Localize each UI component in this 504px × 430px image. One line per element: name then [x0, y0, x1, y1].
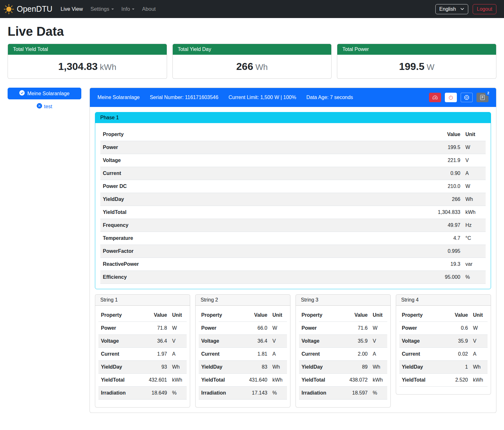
table-row: Irradiation17.143% — [199, 387, 287, 400]
value-cell: 432.601 — [143, 374, 170, 387]
unit-cell: W — [463, 141, 486, 154]
unit-cell: W — [270, 322, 287, 335]
brand-link[interactable]: OpenDTU — [4, 4, 53, 14]
unit-cell: Wh — [470, 361, 488, 374]
value-cell: 221.9 — [425, 154, 463, 167]
value-cell: 95.000 — [425, 271, 463, 284]
chevron-down-icon — [132, 9, 134, 10]
table-row: Frequency49.97Hz — [100, 219, 486, 232]
unit-cell: Wh — [170, 361, 187, 374]
value-cell: 66.0 — [243, 322, 270, 335]
col-property: Property — [199, 309, 243, 322]
inverter-select-button-test[interactable]: test — [37, 103, 52, 110]
table-header-row: Property Value Unit — [100, 128, 486, 141]
string-card-body: Property Value Unit Power71.6WVoltage35.… — [296, 306, 390, 407]
col-unit: Unit — [470, 309, 488, 322]
inverter-name-label: Meine Solaranlage — [27, 91, 69, 97]
value-cell: 266 — [425, 193, 463, 206]
unit-cell: kWh — [270, 374, 287, 387]
table-row: Current2.00A — [299, 348, 387, 361]
nav-item-info[interactable]: Info — [118, 3, 139, 15]
table-row: Voltage35.9V — [299, 335, 387, 348]
property-cell: ReactivePower — [100, 258, 425, 271]
table-row: YieldTotal431.640kWh — [199, 374, 287, 387]
language-select[interactable]: English — [435, 4, 468, 14]
property-cell: Efficiency — [100, 271, 425, 284]
summary-card-title: Total Yield Day — [173, 44, 332, 55]
col-property: Property — [299, 309, 344, 322]
unit-cell: A — [170, 348, 187, 361]
inverter-select-button-selected[interactable]: Meine Solaranlage — [8, 88, 81, 99]
power-settings-button[interactable] — [445, 93, 457, 102]
table-row: Power DC210.0W — [100, 180, 486, 193]
summary-unit: Wh — [255, 62, 268, 72]
unit-cell: kWh — [470, 374, 488, 387]
table-row: YieldTotal432.601kWh — [98, 374, 187, 387]
property-cell: YieldTotal — [299, 374, 344, 387]
x-circle-icon — [37, 103, 42, 110]
inverter-action-buttons: 2 — [429, 93, 488, 102]
value-cell: 19.3 — [425, 258, 463, 271]
value-cell: 1,304.833 — [425, 206, 463, 219]
value-cell: 199.5 — [425, 141, 463, 154]
unit-cell: kWh — [370, 374, 387, 387]
summary-unit: kWh — [100, 62, 116, 72]
page-container: Live Data Total Yield Total 1,304.83kWh … — [0, 24, 504, 422]
col-property: Property — [399, 309, 444, 322]
table-row: PowerFactor0.995 — [100, 245, 486, 258]
table-row: Voltage36.4V — [98, 335, 187, 348]
device-info-button[interactable] — [461, 93, 473, 102]
chevron-down-icon — [111, 9, 114, 10]
value-cell: 71.6 — [344, 322, 370, 335]
unit-cell: V — [370, 335, 387, 348]
unit-cell: °C — [463, 232, 486, 245]
property-cell: Voltage — [98, 335, 143, 348]
nav-item-about[interactable]: About — [138, 3, 159, 15]
unit-cell: Wh — [270, 361, 287, 374]
summary-card-total-power: Total Power 199.5W — [337, 44, 496, 79]
col-value: Value — [425, 128, 463, 141]
property-cell: Irradiation — [199, 387, 243, 400]
value-cell: 4.7 — [425, 232, 463, 245]
strings-row: String 1 Property Value Unit — [95, 294, 491, 408]
table-row: YieldDay93Wh — [98, 361, 187, 374]
string-table: Property Value Unit Power0.6WVoltage35.9… — [399, 309, 488, 387]
table-row: Power0.6W — [399, 322, 488, 335]
string-card-4: String 4 Property Value Unit — [396, 294, 491, 395]
table-header-row: Property Value Unit — [399, 309, 488, 322]
inverter-name-label: test — [44, 104, 52, 109]
logout-button[interactable]: Logout — [473, 4, 496, 14]
string-table: Property Value Unit Power71.8WVoltage36.… — [98, 309, 187, 400]
unit-cell: V — [170, 335, 187, 348]
chevron-down-icon — [460, 6, 464, 12]
property-cell: YieldTotal — [199, 374, 243, 387]
col-value: Value — [444, 309, 470, 322]
unit-cell: Wh — [463, 193, 486, 206]
table-row: YieldDay1Wh — [399, 361, 488, 374]
property-cell: Power — [199, 322, 243, 335]
table-header-row: Property Value Unit — [199, 309, 287, 322]
phase-card: Phase 1 Property Value Unit Power199.5WV… — [95, 112, 491, 289]
string-card-body: Property Value Unit Power71.8WVoltage36.… — [95, 306, 190, 407]
property-cell: Irradiation — [98, 387, 143, 400]
unit-cell: kWh — [463, 206, 486, 219]
value-cell: 210.0 — [425, 180, 463, 193]
string-card-2: String 2 Property Value Unit — [195, 294, 290, 408]
table-row: Power71.8W — [98, 322, 187, 335]
property-cell: YieldDay — [98, 361, 143, 374]
string-card-title: String 3 — [296, 295, 390, 306]
table-row: YieldDay89Wh — [299, 361, 387, 374]
summary-value: 266 — [236, 61, 253, 72]
table-header-row: Property Value Unit — [299, 309, 387, 322]
event-log-button[interactable]: 2 — [476, 93, 488, 102]
property-cell: Current — [199, 348, 243, 361]
nav-item-live-view[interactable]: Live View — [57, 3, 87, 15]
table-header-row: Property Value Unit — [98, 309, 187, 322]
limit-settings-button[interactable] — [429, 93, 441, 102]
unit-cell: A — [470, 348, 488, 361]
unit-cell: V — [270, 335, 287, 348]
property-cell: Voltage — [100, 154, 425, 167]
unit-cell: A — [370, 348, 387, 361]
inverter-card-body: Phase 1 Property Value Unit Power199.5WV… — [90, 107, 496, 413]
nav-item-settings[interactable]: Settings — [87, 3, 118, 15]
